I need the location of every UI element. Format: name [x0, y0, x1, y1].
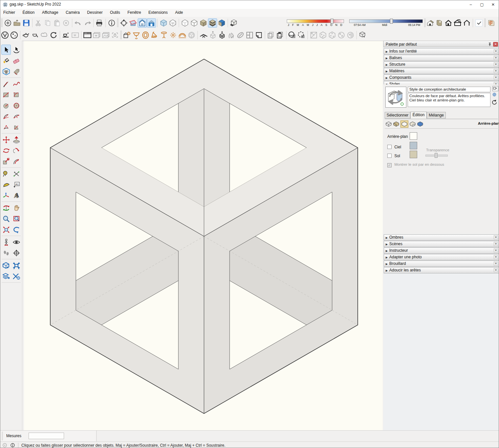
pin-icon[interactable] — [488, 42, 492, 46]
tool-text[interactable]: A1 — [11, 180, 21, 190]
vray-assets-button[interactable] — [10, 31, 19, 40]
measures-input[interactable] — [29, 433, 64, 439]
section-fill-button[interactable] — [138, 18, 147, 28]
tool-pan[interactable] — [11, 203, 21, 213]
status-info-icon[interactable] — [11, 443, 15, 447]
style-backedges-button[interactable] — [180, 18, 190, 28]
menu-dessiner[interactable]: Dessiner — [84, 9, 105, 16]
style-monochrome-button[interactable] — [217, 18, 226, 28]
section-close-icon[interactable]: ✕ — [494, 62, 498, 66]
edit-edges-button[interactable] — [385, 121, 392, 127]
print-button[interactable] — [95, 18, 104, 28]
section-plane-button[interactable] — [128, 18, 138, 28]
tab-melange[interactable]: Mélange — [427, 112, 446, 118]
tool-two-point-arc[interactable] — [11, 111, 21, 121]
tool-arc[interactable] — [1, 111, 11, 121]
section-brouillard[interactable]: ▶Brouillard✕ — [384, 261, 499, 267]
tray-header[interactable]: Palette par défaut ✕ — [383, 41, 499, 47]
tool-extension-solid[interactable] — [1, 260, 11, 270]
cut-button[interactable] — [34, 18, 43, 28]
tool-look-around[interactable] — [11, 237, 21, 247]
section-close-icon[interactable]: ✕ — [494, 248, 498, 252]
tool-position-camera[interactable] — [1, 237, 11, 247]
new-button[interactable] — [3, 18, 12, 28]
ground-checkbox[interactable] — [387, 154, 392, 158]
model-info-button[interactable] — [107, 18, 116, 28]
save-button[interactable] — [22, 18, 31, 28]
vray-batch-button[interactable] — [92, 31, 101, 40]
vray-select-mat-button[interactable] — [297, 31, 306, 40]
get-model-button[interactable] — [425, 18, 435, 28]
vray-infinite-plane-button[interactable] — [199, 31, 208, 40]
background-swatch[interactable] — [410, 132, 417, 140]
tool-tape-measure[interactable] — [1, 169, 11, 179]
close-button[interactable]: ✕ — [488, 0, 499, 9]
section-composants[interactable]: ▶Composants✕ — [384, 75, 499, 81]
menu-extensions[interactable]: Extensions — [146, 9, 171, 16]
tool-extension-settings[interactable] — [11, 271, 21, 281]
tab-edition[interactable]: Édition — [410, 112, 427, 119]
tool-eraser[interactable] — [11, 55, 21, 66]
tool-circle[interactable] — [1, 100, 11, 111]
tool-dimension[interactable] — [11, 169, 21, 179]
vray-checker-plane-button[interactable] — [309, 31, 318, 40]
style-shaded-button[interactable] — [199, 18, 208, 28]
section-compass-button[interactable] — [119, 18, 128, 28]
toolbar-grip[interactable] — [1, 19, 3, 27]
edit-watermark-button[interactable] — [409, 121, 416, 127]
tool-extension-flip[interactable] — [11, 260, 21, 270]
paste-button[interactable] — [52, 18, 61, 28]
vray-checker-cube1-button[interactable] — [318, 31, 328, 40]
style-thumbnail[interactable] — [385, 87, 406, 108]
section-display-button[interactable] — [147, 18, 156, 28]
home-button[interactable] — [444, 18, 453, 28]
tool-extension-layers[interactable] — [1, 271, 11, 281]
vray-sphere-light-button[interactable] — [141, 31, 150, 40]
tool-line[interactable] — [1, 79, 11, 89]
style-wireframe-button[interactable] — [168, 18, 177, 28]
date-slider-knob[interactable] — [330, 19, 333, 24]
tool-rectangle[interactable] — [1, 90, 11, 100]
vray-frame-teapot-button[interactable] — [71, 31, 80, 40]
time-slider-knob[interactable] — [390, 19, 393, 24]
vray-spot-light-button[interactable] — [150, 31, 159, 40]
style-description[interactable]: Couleurs de face par défaut. Arêtes prof… — [408, 93, 490, 107]
tool-zoom-window[interactable] — [11, 214, 21, 224]
tool-north-compass[interactable] — [11, 248, 21, 258]
section-close-icon[interactable]: ✕ — [494, 262, 498, 266]
vray-frames-button[interactable] — [266, 31, 276, 40]
vray-interactive-select-button[interactable] — [358, 31, 367, 40]
new-style-button[interactable] — [492, 86, 498, 91]
component-box-button[interactable] — [435, 18, 444, 28]
vray-import-proxy-button[interactable] — [217, 31, 227, 40]
tool-3d-text[interactable]: AA — [11, 190, 21, 201]
validate-button[interactable] — [474, 18, 484, 28]
tool-zoom-extents[interactable] — [1, 224, 11, 235]
tool-three-point-arc[interactable] — [1, 122, 11, 132]
section-close-icon[interactable]: ✕ — [494, 235, 498, 239]
vray-interactive-button[interactable] — [31, 31, 40, 40]
section-close-icon[interactable]: ✕ — [494, 75, 498, 79]
style-xray-button[interactable] — [159, 18, 168, 28]
tool-scale[interactable] — [1, 156, 11, 166]
tool-polygon[interactable] — [11, 100, 21, 111]
tool-orbit[interactable] — [1, 203, 11, 213]
section-entity-info[interactable]: ▶Infos sur l'entité✕ — [384, 48, 499, 54]
menu-camera[interactable]: Caméra — [63, 9, 83, 16]
tool-freehand[interactable] — [11, 79, 21, 89]
menu-affichage[interactable]: Affichage — [39, 9, 61, 16]
section-close-icon[interactable]: ✕ — [494, 242, 498, 246]
measures-grip[interactable] — [2, 432, 3, 440]
style-options-button[interactable] — [492, 92, 498, 97]
section-close-icon[interactable]: ✕ — [494, 255, 498, 259]
sky-swatch[interactable] — [410, 142, 417, 149]
menu-outils[interactable]: Outils — [107, 9, 123, 16]
vray-update-button[interactable] — [49, 31, 58, 40]
vray-pano-button[interactable] — [101, 31, 110, 40]
sky-checkbox[interactable] — [387, 145, 392, 149]
geolocation-icon[interactable] — [3, 443, 7, 447]
tool-pie[interactable] — [11, 122, 21, 132]
section-close-icon[interactable]: ✕ — [494, 69, 498, 73]
edit-faces-button[interactable] — [393, 121, 399, 127]
shadow-time-slider[interactable]: 07:54 AM Midi 05:14 PM — [349, 19, 422, 28]
